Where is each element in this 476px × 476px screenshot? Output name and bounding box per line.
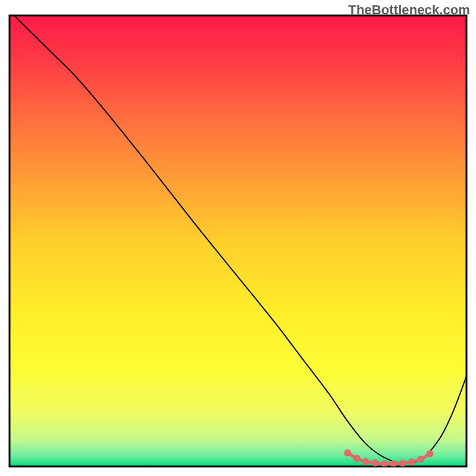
gradient-background [10, 15, 466, 466]
optimal-band-marker [371, 459, 378, 466]
optimal-band-marker [362, 458, 369, 465]
optimal-band-marker [417, 456, 424, 463]
optimal-band-marker [390, 460, 397, 467]
bottleneck-chart [0, 0, 476, 476]
optimal-band-marker [408, 458, 415, 465]
chart-stage: TheBottleneck.com [0, 0, 476, 476]
optimal-band-marker [427, 450, 434, 458]
watermark-text: TheBottleneck.com [348, 2, 470, 18]
optimal-band-marker [344, 449, 351, 456]
optimal-band-marker [353, 455, 361, 462]
optimal-band-marker [399, 460, 406, 467]
optimal-band-marker [381, 460, 388, 467]
